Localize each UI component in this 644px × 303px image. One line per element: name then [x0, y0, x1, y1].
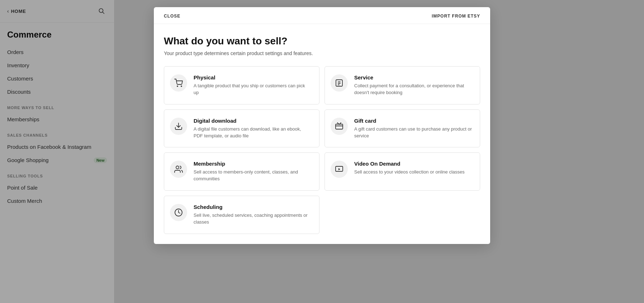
- gift-card-name: Gift card: [354, 118, 472, 124]
- membership-name: Membership: [194, 161, 311, 167]
- scheduling-info: Scheduling Sell live, scheduled services…: [194, 204, 311, 226]
- close-button[interactable]: CLOSE: [164, 14, 180, 19]
- product-card-digital-download[interactable]: Digital download A digital file customer…: [164, 109, 319, 148]
- scheduling-name: Scheduling: [194, 204, 311, 210]
- product-card-video-on-demand[interactable]: Video On Demand Sell access to your vide…: [325, 152, 480, 191]
- product-card-membership[interactable]: Membership Sell access to members-only c…: [164, 152, 319, 191]
- modal-overlay: CLOSE IMPORT FROM ETSY What do you want …: [0, 0, 644, 303]
- digital-download-name: Digital download: [194, 118, 311, 124]
- scheduling-icon: [170, 204, 187, 221]
- scheduling-desc: Sell live, scheduled services, coaching …: [194, 212, 311, 226]
- physical-desc: A tangible product that you ship or cust…: [194, 83, 311, 96]
- product-card-scheduling[interactable]: Scheduling Sell live, scheduled services…: [164, 196, 319, 234]
- video-on-demand-info: Video On Demand Sell access to your vide…: [354, 161, 465, 176]
- svg-rect-4: [336, 80, 342, 86]
- digital-download-icon: [170, 118, 187, 135]
- service-info: Service Collect payment for a consultati…: [354, 74, 472, 96]
- membership-info: Membership Sell access to members-only c…: [194, 161, 311, 182]
- physical-icon: [170, 74, 187, 92]
- modal-title: What do you want to sell?: [164, 35, 480, 47]
- video-on-demand-desc: Sell access to your videos collection or…: [354, 169, 465, 176]
- modal-subtitle: Your product type determines certain pro…: [164, 50, 480, 56]
- gift-card-info: Gift card A gift card customers can use …: [354, 118, 472, 140]
- gift-card-desc: A gift card customers can use to purchas…: [354, 126, 472, 140]
- product-card-gift-card[interactable]: Gift card A gift card customers can use …: [325, 109, 480, 148]
- svg-point-3: [181, 86, 182, 87]
- modal-header: CLOSE IMPORT FROM ETSY: [154, 7, 490, 24]
- import-from-etsy-button[interactable]: IMPORT FROM ETSY: [432, 14, 480, 19]
- svg-marker-13: [338, 168, 340, 170]
- digital-download-desc: A digital file customers can download, l…: [194, 126, 311, 140]
- svg-rect-9: [336, 124, 343, 129]
- membership-icon: [170, 161, 187, 178]
- product-card-service[interactable]: Service Collect payment for a consultati…: [325, 66, 480, 104]
- service-name: Service: [354, 74, 472, 80]
- physical-name: Physical: [194, 74, 311, 80]
- digital-download-info: Digital download A digital file customer…: [194, 118, 311, 140]
- video-on-demand-name: Video On Demand: [354, 161, 465, 167]
- membership-desc: Sell access to members-only content, cla…: [194, 169, 311, 182]
- service-icon: [331, 74, 348, 92]
- product-type-grid: Physical A tangible product that you shi…: [164, 66, 480, 234]
- product-card-physical[interactable]: Physical A tangible product that you shi…: [164, 66, 319, 104]
- svg-point-11: [176, 166, 179, 169]
- video-on-demand-icon: [331, 161, 348, 178]
- modal-body: What do you want to sell? Your product t…: [154, 24, 490, 244]
- svg-point-2: [177, 86, 178, 87]
- service-desc: Collect payment for a consultation, or e…: [354, 83, 472, 96]
- product-type-modal: CLOSE IMPORT FROM ETSY What do you want …: [154, 7, 490, 244]
- physical-info: Physical A tangible product that you shi…: [194, 74, 311, 96]
- gift-card-icon: [331, 118, 348, 135]
